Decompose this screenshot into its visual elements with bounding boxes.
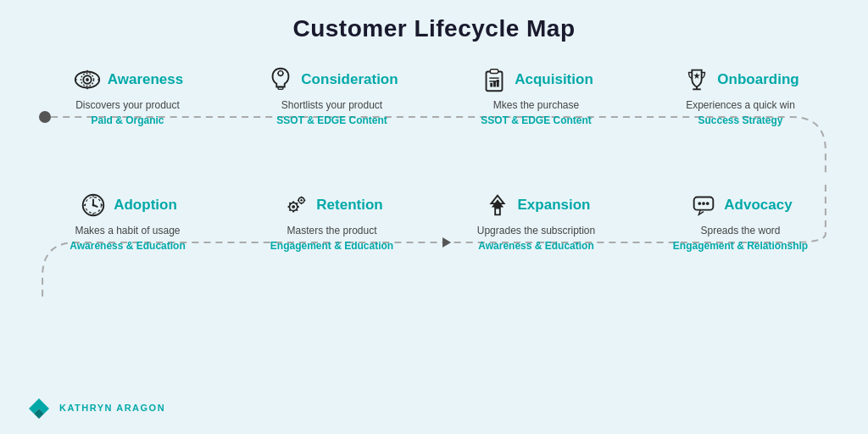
- svg-rect-15: [490, 70, 498, 74]
- awareness-desc: Discovers your product: [75, 98, 180, 113]
- svg-line-41: [297, 209, 298, 210]
- expansion-desc: Upgrades the subscription: [477, 224, 595, 238]
- gears-icon: [281, 190, 311, 220]
- svg-line-42: [297, 203, 298, 203]
- lifecycle-rows: Awareness Discovers your product Paid & …: [25, 58, 843, 302]
- stage-adoption: Adoption Makes a habit of usage Awarenes…: [43, 190, 213, 252]
- stage-consideration-header: Consideration: [265, 64, 398, 95]
- consideration-name: Consideration: [301, 71, 398, 88]
- svg-line-40: [290, 203, 291, 203]
- svg-point-52: [702, 202, 705, 205]
- awareness-link: Paid & Organic: [91, 114, 164, 126]
- onboarding-link: Success Strategy: [698, 114, 782, 126]
- stage-onboarding-header: Onboarding: [682, 64, 798, 95]
- svg-point-35: [292, 205, 296, 209]
- advocacy-link: Engagement & Relationship: [673, 240, 808, 252]
- retention-link: Engagement & Education: [270, 240, 393, 252]
- eye-icon: [72, 64, 103, 95]
- stage-expansion-header: Expansion: [482, 190, 591, 220]
- acquisition-link: SSOT & EDGE Content: [481, 114, 592, 126]
- expansion-link: Awareness & Education: [478, 240, 594, 252]
- page-container: Customer Lifecycle Map: [0, 0, 868, 434]
- svg-point-29: [92, 204, 95, 207]
- svg-point-8: [279, 71, 284, 76]
- awareness-name: Awareness: [108, 71, 183, 88]
- svg-rect-20: [497, 80, 499, 87]
- row2-wrapper: Adoption Makes a habit of usage Awarenes…: [25, 183, 843, 302]
- acquisition-desc: Mkes the purchase: [493, 98, 579, 113]
- adoption-name: Adoption: [114, 197, 177, 214]
- clipboard-icon: [479, 64, 509, 95]
- brand-logo-icon: [25, 395, 53, 422]
- acquisition-name: Acquisition: [515, 71, 593, 88]
- svg-rect-19: [493, 81, 496, 87]
- svg-rect-18: [490, 83, 492, 87]
- retention-desc: Masters the product: [287, 224, 376, 238]
- arrows-up-icon: [482, 190, 513, 220]
- stage-awareness: Awareness Discovers your product Paid & …: [43, 64, 213, 126]
- retention-name: Retention: [316, 197, 382, 214]
- stage-adoption-header: Adoption: [78, 190, 177, 220]
- adoption-desc: Makes a habit of usage: [75, 224, 180, 238]
- svg-rect-13: [279, 87, 284, 90]
- brand-name: KATHRYN ARAGON: [59, 403, 165, 414]
- svg-point-45: [301, 199, 303, 201]
- stage-advocacy-header: Advocacy: [688, 190, 792, 220]
- svg-point-53: [706, 202, 709, 205]
- head-gear-icon: [265, 64, 296, 95]
- expansion-name: Expansion: [518, 197, 591, 214]
- start-dot: [39, 111, 51, 123]
- stage-acquisition-header: Acquisition: [479, 64, 593, 95]
- row1-stages: Awareness Discovers your product Paid & …: [25, 58, 843, 126]
- stage-retention-header: Retention: [281, 190, 382, 220]
- stage-expansion: Expansion Upgrades the subscription Awar…: [452, 190, 621, 252]
- consideration-link: SSOT & EDGE Content: [276, 114, 387, 126]
- svg-line-43: [290, 209, 291, 210]
- stage-acquisition: Acquisition Mkes the purchase SSOT & EDG…: [452, 64, 621, 126]
- trophy-icon: [682, 64, 712, 95]
- svg-point-51: [698, 202, 702, 205]
- consideration-desc: Shortlists your product: [281, 98, 382, 113]
- speech-icon: [688, 190, 719, 220]
- onboarding-desc: Experiences a quick win: [686, 98, 795, 113]
- onboarding-name: Onboarding: [717, 71, 798, 88]
- advocacy-desc: Spreads the word: [700, 224, 780, 238]
- row1-wrapper: Awareness Discovers your product Paid & …: [25, 58, 843, 176]
- stage-advocacy: Advocacy Spreads the word Engagement & R…: [656, 190, 826, 252]
- stage-consideration: Consideration Shortlists your product SS…: [248, 64, 417, 126]
- svg-point-2: [86, 78, 89, 81]
- adoption-link: Awareness & Education: [70, 240, 186, 252]
- row2-stages: Adoption Makes a habit of usage Awarenes…: [25, 183, 843, 252]
- stage-onboarding: Onboarding Experiences a quick win Succe…: [656, 64, 826, 126]
- stage-awareness-header: Awareness: [72, 64, 183, 95]
- brand-text: KATHRYN ARAGON: [59, 403, 165, 414]
- advocacy-name: Advocacy: [724, 197, 792, 214]
- branding: KATHRYN ARAGON: [25, 395, 165, 422]
- page-title: Customer Lifecycle Map: [25, 15, 843, 42]
- clock-icon: [78, 190, 108, 220]
- stage-retention: Retention Masters the product Engagement…: [248, 190, 417, 252]
- svg-marker-23: [694, 73, 701, 80]
